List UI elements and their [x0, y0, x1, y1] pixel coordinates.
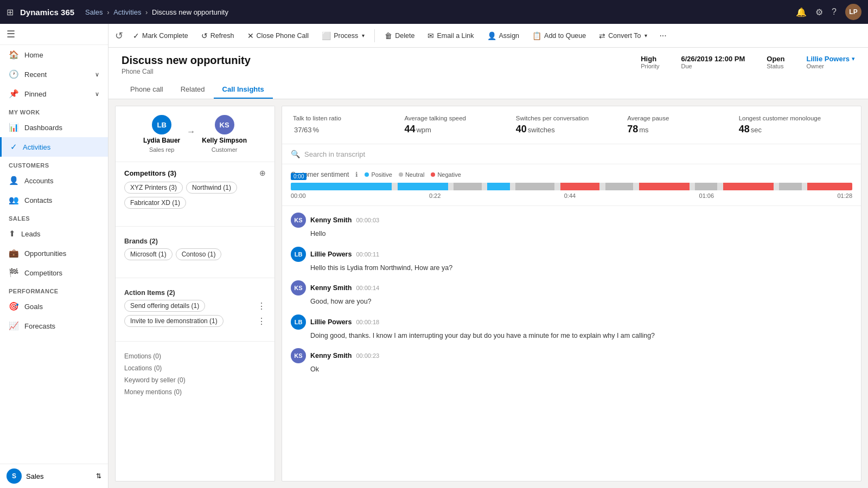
brands-title: Brands (2): [124, 237, 266, 245]
talking-speed-value: 44wpm: [404, 124, 507, 135]
refresh-button[interactable]: ↺ Refresh: [196, 29, 240, 43]
sidebar-footer[interactable]: S Sales ⇅: [0, 464, 108, 488]
mark-complete-label: Mark Complete: [142, 32, 188, 40]
breadcrumb-current: Discuss new opportunity: [152, 8, 228, 16]
user-avatar[interactable]: LP: [845, 4, 861, 20]
transcript-item-4: KS Kenny Smith 00:00:23 Ok: [291, 348, 852, 375]
action-item-0: Send offering details (1) ⋮: [124, 300, 266, 312]
talking-speed-label: Average talking speed: [404, 115, 507, 121]
settings-icon[interactable]: ⚙: [815, 7, 823, 17]
longest-monologue-value: 48sec: [739, 124, 841, 135]
more-options-button[interactable]: ···: [655, 28, 671, 43]
transcript-avatar-4: KS: [291, 348, 306, 363]
brand-tag-0[interactable]: Microsoft (1): [124, 248, 173, 260]
divider-1: [116, 226, 275, 227]
sidebar-label-opportunities: Opportunities: [24, 249, 66, 258]
grid-icon[interactable]: ⊞: [7, 7, 14, 17]
mark-complete-button[interactable]: ✓ Mark Complete: [127, 29, 194, 43]
sidebar-item-activities[interactable]: ✓ Activities: [0, 137, 108, 157]
seg-gap-5: [599, 183, 605, 190]
back-icon[interactable]: ↺: [115, 30, 123, 42]
owner-label: Owner: [807, 63, 855, 69]
forecasts-icon: 📈: [9, 321, 19, 331]
process-button[interactable]: ⬜ Process ▾: [316, 29, 370, 43]
owner-dropdown-icon[interactable]: ▾: [852, 55, 855, 62]
seg-gap-9: [774, 183, 779, 190]
seg-gap-6: [633, 183, 639, 190]
action-more-0[interactable]: ⋮: [257, 301, 266, 311]
tab-call-insights[interactable]: Call Insights: [214, 81, 273, 99]
convert-to-button[interactable]: ⇄ Convert To ▾: [593, 29, 653, 43]
email-link-button[interactable]: ✉ Email a Link: [422, 29, 479, 43]
competitor-tag-2[interactable]: Fabricator XD (1): [124, 197, 186, 209]
sales-rep-avatar: LB: [152, 115, 171, 134]
close-phone-call-button[interactable]: ✕ Close Phone Call: [242, 29, 315, 43]
sidebar-item-dashboards[interactable]: 📊 Dashboards: [0, 118, 108, 137]
sidebar-item-pinned[interactable]: 📌 Pinned ∨: [0, 84, 108, 104]
sentiment-bar[interactable]: [291, 183, 852, 190]
sidebar-toggle-icon[interactable]: ☰: [7, 29, 15, 40]
tab-related[interactable]: Related: [172, 81, 214, 99]
sidebar-item-home[interactable]: 🏠 Home: [0, 45, 108, 65]
competitors-tag-list: XYZ Printers (3) Northwind (1) Fabricato…: [124, 182, 266, 209]
main-content: LB Lydia Bauer Sales rep → KS Kelly Simp…: [108, 99, 868, 488]
competitor-tag-1[interactable]: Northwind (1): [186, 182, 237, 194]
notifications-icon[interactable]: 🔔: [796, 7, 807, 17]
sidebar-item-forecasts[interactable]: 📈 Forecasts: [0, 316, 108, 336]
transcript-name-1: Lillie Powers: [310, 251, 352, 258]
pinned-icon: 📌: [9, 89, 19, 99]
add-to-queue-button[interactable]: 📋 Add to Queue: [527, 29, 591, 43]
transcript-speaker-3: LB Lillie Powers 00:00:18: [291, 314, 852, 330]
action-tag-1[interactable]: Invite to live demonstration (1): [124, 315, 224, 327]
transcript-time-0: 00:00:03: [356, 217, 379, 223]
leads-icon: ⬆: [9, 229, 16, 239]
section-performance: Performance: [0, 282, 108, 297]
add-to-queue-icon: 📋: [532, 31, 541, 40]
sentiment-section: Customer sentiment ℹ Positive Neutral: [282, 164, 861, 206]
seg-5: [560, 183, 599, 190]
sidebar-item-contacts[interactable]: 👥 Contacts: [0, 190, 108, 210]
search-input[interactable]: [304, 150, 852, 158]
time-label-0: 00:00: [291, 192, 306, 199]
status-label: Status: [767, 63, 784, 69]
sidebar-item-competitors[interactable]: 🏁 Competitors: [0, 263, 108, 282]
transcript-name-3: Lillie Powers: [310, 318, 352, 326]
brand-tag-1[interactable]: Contoso (1): [176, 248, 222, 260]
transcript-text-4: Ok: [291, 365, 852, 375]
breadcrumb-activities[interactable]: Activities: [113, 8, 141, 16]
owner-value[interactable]: Lillie Powers: [807, 55, 850, 63]
sidebar-label-recent: Recent: [24, 70, 47, 79]
action-tag-0[interactable]: Send offering details (1): [124, 300, 205, 312]
transcript-name-2: Kenny Smith: [310, 284, 352, 292]
time-label-4: 01:28: [837, 192, 852, 199]
sidebar-item-recent[interactable]: 🕐 Recent ∨: [0, 65, 108, 84]
breadcrumb-sales[interactable]: Sales: [85, 8, 103, 16]
process-icon: ⬜: [322, 31, 331, 40]
seg-9: [723, 183, 774, 190]
sidebar-item-goals[interactable]: 🎯 Goals: [0, 297, 108, 316]
tab-phone-call[interactable]: Phone call: [122, 81, 172, 99]
transcript-avatar-2: KS: [291, 280, 306, 296]
filter-icon[interactable]: ⊕: [259, 169, 266, 177]
transcript-avatar-0: KS: [291, 213, 306, 228]
sidebar-item-accounts[interactable]: 👤 Accounts: [0, 171, 108, 190]
transcript-time-4: 00:00:23: [356, 352, 379, 359]
positive-dot: [365, 172, 369, 177]
stats-row: Talk to listen ratio 37/63% Average talk…: [282, 106, 861, 144]
participant-sales-rep: LB Lydia Bauer Sales rep: [143, 115, 180, 153]
help-icon[interactable]: ?: [832, 7, 837, 17]
search-bar: 🔍: [282, 144, 861, 164]
page-title: Discuss new opportunity: [122, 54, 251, 67]
competitor-tag-0[interactable]: XYZ Printers (3): [124, 182, 183, 194]
sidebar-item-opportunities[interactable]: 💼 Opportunities: [0, 243, 108, 263]
assign-button[interactable]: 👤 Assign: [482, 29, 525, 43]
sales-rep-role: Sales rep: [149, 146, 174, 153]
delete-button[interactable]: 🗑 Delete: [379, 29, 420, 43]
transcript-text-1: Hello this is Lydia from Northwind, How …: [291, 264, 852, 273]
sidebar-item-leads[interactable]: ⬆ Leads: [0, 224, 108, 243]
sentiment-info-icon[interactable]: ℹ: [355, 171, 358, 178]
seg-3: [487, 183, 509, 190]
transcript: KS Kenny Smith 00:00:03 Hello LB Lillie …: [282, 206, 861, 481]
action-more-1[interactable]: ⋮: [257, 316, 266, 326]
competitors-title: Competitors (3): [124, 169, 176, 177]
